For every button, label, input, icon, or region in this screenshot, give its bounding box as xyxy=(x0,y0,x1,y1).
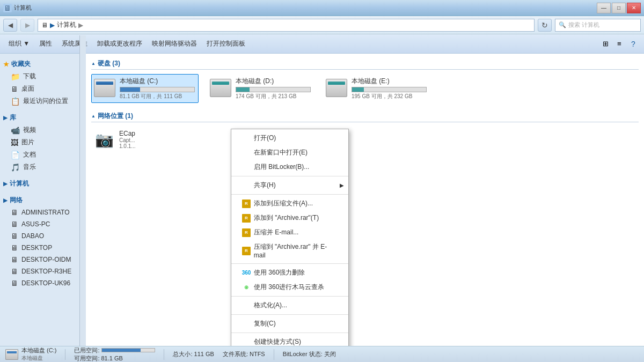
ctx-compress-email-label: 压缩并 E-mail... xyxy=(254,228,298,237)
drive-e-bar xyxy=(352,87,364,92)
sidebar-item-music[interactable]: 🎵 音乐 xyxy=(0,161,85,173)
ctx-sep-5 xyxy=(231,314,348,315)
drive-c[interactable]: 本地磁盘 (C:) 81.1 GB 可用，共 111 GB xyxy=(91,74,199,103)
ctx-bitlocker-icon xyxy=(242,163,251,172)
titlebar-left: 🖥 计算机 xyxy=(3,4,32,12)
ctx-rar1-icon: R xyxy=(242,200,251,208)
control-panel-button[interactable]: 打开控制面板 xyxy=(202,36,250,51)
ctx-add-archive[interactable]: R 添加到压缩文件(A)... xyxy=(231,196,348,211)
map-drive-button[interactable]: 映射网络驱动器 xyxy=(148,36,201,51)
drive-d-bar xyxy=(236,87,250,92)
status-bitlocker: BitLocker 状态: 关闭 xyxy=(283,350,336,358)
drive-e-name: 本地磁盘 (E:) xyxy=(352,77,428,86)
sidebar-network-label: 网络 xyxy=(10,196,23,205)
ctx-compress-rar-email[interactable]: R 压缩到 "Archive.rar" 并 E-mail xyxy=(231,240,348,262)
status-total: 总大小: 111 GB xyxy=(173,350,214,358)
address-arrow: ▶ xyxy=(78,21,83,29)
sidebar-music-label: 音乐 xyxy=(23,162,36,172)
sidebar-video-label: 视频 xyxy=(23,125,36,135)
address-box[interactable]: 🖥 ▶ 计算机 ▶ xyxy=(38,19,535,32)
ctx-360-scan[interactable]: ⊕ 使用 360进行木马云查杀 xyxy=(231,280,348,294)
sidebar-network-section: ▶ 网络 🖥 ADMINISTRATO 🖥 ASUS-PC 🖥 DABAO 🖥 … xyxy=(0,194,85,289)
status-drive-labels: 本地磁盘 (C:) 本地磁盘 xyxy=(21,346,56,362)
titlebar-title: 计算机 xyxy=(14,4,32,12)
ctx-360-scan-label: 使用 360进行木马云查杀 xyxy=(254,283,324,292)
ctx-open-icon xyxy=(242,134,251,143)
sidebar-item-dabao[interactable]: 🖥 DABAO xyxy=(0,230,85,242)
forward-button[interactable]: ▶ xyxy=(20,19,34,32)
network-section: 网络位置 (1) 📷 ECap Capt... 1.0.1... xyxy=(91,112,639,152)
ctx-bitlocker[interactable]: 启用 BitLocker(B)... xyxy=(231,160,348,174)
ctx-rar2-icon: R xyxy=(242,214,251,223)
ctx-add-archive-rar[interactable]: R 添加到 "Archive.rar"(T) xyxy=(231,211,348,225)
drive-d[interactable]: 本地磁盘 (D:) 174 GB 可用，共 213 GB xyxy=(207,74,314,103)
sidebar-item-desktop-r3he[interactable]: 🖥 DESKTOP-R3HE xyxy=(0,265,85,277)
sidebar-item-document[interactable]: 📄 文档 xyxy=(0,149,85,161)
ctx-sep-1 xyxy=(231,176,348,176)
sidebar-computer-header[interactable]: ▶ 计算机 xyxy=(0,178,85,190)
music-icon: 🎵 xyxy=(11,163,20,172)
drive-e[interactable]: 本地磁盘 (E:) 195 GB 可用，共 232 GB xyxy=(323,74,430,103)
sidebar-item-recent[interactable]: 📋 最近访问的位置 xyxy=(0,95,85,107)
sidebar-item-download[interactable]: 📁 下载 xyxy=(0,70,85,83)
properties-button[interactable]: 属性 xyxy=(35,36,56,51)
drive-d-info: 本地磁盘 (D:) 174 GB 可用，共 213 GB xyxy=(236,77,312,100)
ctx-open[interactable]: 打开(O) xyxy=(231,131,348,145)
ctx-sep-6 xyxy=(231,333,348,333)
uninstall-button[interactable]: 卸载或更改程序 xyxy=(93,36,147,51)
ctx-share[interactable]: 共享(H) xyxy=(231,178,348,193)
search-box[interactable]: 🔍 搜索 计算机 xyxy=(555,19,641,32)
sidebar-scrollbar[interactable] xyxy=(79,54,86,346)
status-bar-container xyxy=(101,348,155,352)
minimize-button[interactable]: — xyxy=(597,3,611,13)
sidebar-favorites-label: 收藏夹 xyxy=(11,60,31,69)
network-device-version: 1.0.1... xyxy=(119,143,136,149)
sidebar-item-desktop-uk96[interactable]: 🖥 DESKTOP-UK96 xyxy=(0,277,85,289)
sidebar-favorites-header[interactable]: ★ 收藏夹 xyxy=(0,58,85,70)
view-list-button[interactable]: ≡ xyxy=(613,38,626,50)
ctx-360-delete[interactable]: 360 使用 360强力删除 xyxy=(231,265,348,280)
close-button[interactable]: ✕ xyxy=(627,3,641,13)
back-button[interactable]: ◀ xyxy=(3,19,17,32)
ctx-copy[interactable]: 复制(C) xyxy=(231,316,348,331)
sidebar-item-asus[interactable]: 🖥 ASUS-PC xyxy=(0,218,85,230)
status-sep-2 xyxy=(164,349,164,360)
net-asus-icon: 🖥 xyxy=(11,220,18,228)
sidebar-item-administrator[interactable]: 🖥 ADMINISTRATO xyxy=(0,206,85,218)
sidebar-item-desktop[interactable]: 🖥 DESKTOP xyxy=(0,242,85,254)
status-used-label: 已用空间: xyxy=(74,346,99,354)
sidebar-download-label: 下载 xyxy=(23,72,36,81)
sidebar-item-video[interactable]: 📹 视频 xyxy=(0,124,85,136)
net-r3he-icon: 🖥 xyxy=(11,267,18,276)
refresh-button[interactable]: ↻ xyxy=(538,19,552,32)
sidebar-network-header[interactable]: ▶ 网络 xyxy=(0,194,85,206)
sidebar-library-header[interactable]: ▶ 库 xyxy=(0,112,85,124)
status-sep-3 xyxy=(274,349,274,360)
ctx-compress-email[interactable]: R 压缩并 E-mail... xyxy=(231,225,348,240)
ctx-360del-icon: 360 xyxy=(242,269,251,277)
sidebar-item-picture[interactable]: 🖼 图片 xyxy=(0,136,85,149)
ctx-open-new-window[interactable]: 在新窗口中打开(E) xyxy=(231,145,348,160)
network-title: 网络位置 (1) xyxy=(91,112,639,122)
ctx-rar3-icon: R xyxy=(242,228,251,237)
sidebar-administrator-label: ADMINISTRATO xyxy=(21,209,70,216)
desktop-icon: 🖥 xyxy=(11,85,18,93)
view-help-button[interactable]: ? xyxy=(627,38,640,50)
status-free: 可用空间: 81.1 GB xyxy=(74,354,155,363)
organize-button[interactable]: 组织 ▼ xyxy=(4,36,34,51)
status-fs: 文件系统: NTFS xyxy=(223,350,265,358)
sidebar-item-desktop[interactable]: 🖥 桌面 xyxy=(0,83,85,95)
ctx-format[interactable]: 格式化(A)... xyxy=(231,298,348,313)
drive-c-bar-container xyxy=(120,87,195,92)
hard-disk-title: 硬盘 (3) xyxy=(91,59,639,70)
maximize-button[interactable]: □ xyxy=(612,3,626,13)
network-device-icon: 📷 xyxy=(93,129,115,150)
network-item[interactable]: 📷 ECap Capt... 1.0.1... xyxy=(91,127,639,152)
net-admin-icon: 🖥 xyxy=(11,208,18,217)
toolbar: 组织 ▼ 属性 系统属性 卸载或更改程序 映射网络驱动器 打开控制面板 ⊞ ≡ … xyxy=(0,34,644,54)
view-icon-button[interactable]: ⊞ xyxy=(599,38,612,50)
sidebar: ★ 收藏夹 📁 下载 🖥 桌面 📋 最近访问的位置 ▶ 库 📹 xyxy=(0,54,86,346)
sys-properties-button[interactable]: 系统属性 xyxy=(57,36,92,51)
ctx-create-shortcut[interactable]: 创建快捷方式(S) xyxy=(231,335,348,346)
sidebar-item-desktop-oidm[interactable]: 🖥 DESKTOP-OIDM xyxy=(0,254,85,265)
